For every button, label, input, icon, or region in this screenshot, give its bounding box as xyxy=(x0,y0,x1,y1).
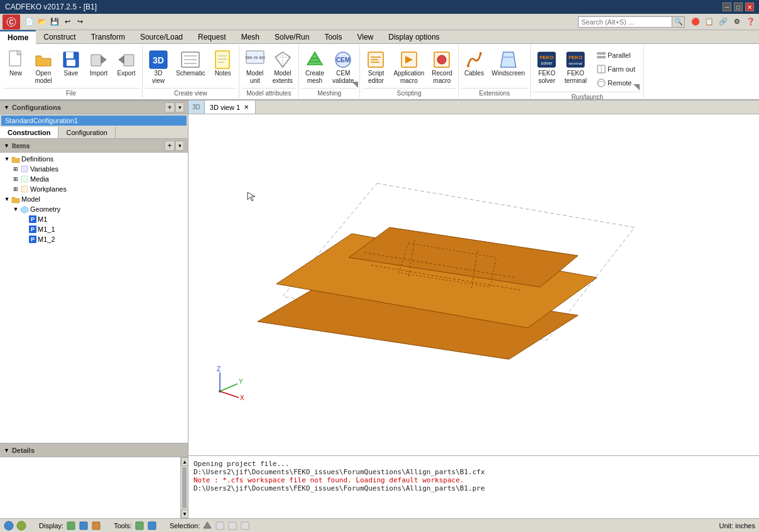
menu-solve-run[interactable]: Solve/Run xyxy=(267,30,317,44)
windscreen-label: Windscreen xyxy=(492,70,525,77)
3d-view-button[interactable]: 3D 3Dview xyxy=(145,48,172,87)
tools-icon-2 xyxy=(147,521,157,531)
run-expand-icon[interactable] xyxy=(633,84,640,92)
tab-configuration[interactable]: Configuration xyxy=(58,127,115,138)
menu-home[interactable]: Home xyxy=(0,30,36,44)
menu-construct[interactable]: Construct xyxy=(36,30,83,44)
menu-request[interactable]: Request xyxy=(190,30,234,44)
windscreen-icon xyxy=(498,50,518,70)
items-collapse-icon[interactable]: ▼ xyxy=(4,143,9,149)
menu-display-options[interactable]: Display options xyxy=(381,30,447,44)
title-text: CADFEKO v2017.2.5 - [B1] xyxy=(5,3,97,11)
quick-save-button[interactable]: 💾 xyxy=(49,16,60,28)
cem-validate-button[interactable]: CEM CEMvalidate xyxy=(329,48,357,87)
tree-item-geometry[interactable]: ▼ Geometry xyxy=(10,204,187,214)
cem-validate-label: CEMvalidate xyxy=(332,70,354,85)
tree-item-variables[interactable]: ⊞ Variables xyxy=(10,164,187,174)
selection-label: Selection: xyxy=(170,522,200,529)
undo-button[interactable]: ↩ xyxy=(62,16,73,28)
search-box: 🔍 🔴 📋 🔗 ⚙ ❓ xyxy=(578,16,756,28)
display-label: Display: xyxy=(39,522,63,529)
geometry-expand[interactable]: ▼ xyxy=(11,205,20,214)
script-editor-icon xyxy=(366,50,386,70)
export-button[interactable]: Export xyxy=(113,48,139,79)
scroll-down-arrow[interactable]: ▼ xyxy=(181,509,188,518)
model-unit-button[interactable]: mm m km Modelunit xyxy=(242,48,268,87)
schematic-label: Schematic xyxy=(176,70,205,77)
feko-solver-button[interactable]: FEKOsolver FEKOsolver xyxy=(533,48,560,87)
toolbar-extra-3[interactable]: 🔗 xyxy=(718,16,729,28)
geometry-children: ▶ P M1 ▶ P M1_1 ▶ P M1_2 xyxy=(10,214,187,244)
notes-button[interactable]: Notes xyxy=(210,48,236,79)
save-button[interactable]: Save xyxy=(58,48,84,79)
new-button[interactable]: New xyxy=(3,48,29,79)
application-macro-button[interactable]: Applicationmacro xyxy=(390,48,427,87)
menu-source-load[interactable]: Source/Load xyxy=(133,30,190,44)
tree-item-m1-1[interactable]: ▶ P M1_1 xyxy=(19,224,187,234)
farm-out-button[interactable]: Farm out xyxy=(594,63,638,75)
definitions-expand[interactable]: ▼ xyxy=(3,155,11,163)
3d-viewport[interactable]: X Y Z xyxy=(188,114,759,455)
menu-transform[interactable]: Transform xyxy=(84,30,133,44)
tree-item-media[interactable]: ⊞ Media xyxy=(10,174,187,184)
quick-new-button[interactable]: 📄 xyxy=(24,16,35,28)
remote-button[interactable]: Remote xyxy=(594,77,638,89)
record-macro-button[interactable]: Recordmacro xyxy=(429,48,455,87)
media-expand[interactable]: ⊞ xyxy=(11,175,20,183)
menu-mesh[interactable]: Mesh xyxy=(234,30,267,44)
items-dropdown-button[interactable]: ▾ xyxy=(175,141,184,151)
maximize-button[interactable]: □ xyxy=(734,3,743,11)
view-tab-close-button[interactable]: ✕ xyxy=(243,104,250,111)
model-extents-button[interactable]: Modelextents xyxy=(270,48,296,87)
variables-expand[interactable]: ⊞ xyxy=(11,165,20,173)
scroll-thumb[interactable] xyxy=(182,467,187,508)
config-dropdown-button[interactable]: ▾ xyxy=(175,102,184,112)
workplanes-expand[interactable]: ⊞ xyxy=(11,185,20,193)
toolbar-extra-2[interactable]: 📋 xyxy=(704,16,715,28)
meshing-expand-icon[interactable] xyxy=(352,82,358,89)
open-model-button[interactable]: Openmodel xyxy=(30,48,57,87)
view-tab-3d-view-1[interactable]: 3D view 1 ✕ xyxy=(205,100,256,114)
tree-item-workplanes[interactable]: ⊞ Workplanes xyxy=(10,184,187,194)
menu-tools[interactable]: Tools xyxy=(317,30,349,44)
import-button[interactable]: Import xyxy=(85,48,112,79)
create-mesh-button[interactable]: Createmesh xyxy=(302,48,328,87)
menu-view[interactable]: View xyxy=(349,30,381,44)
tree-item-m1-2[interactable]: ▶ P M1_2 xyxy=(19,234,187,244)
scroll-up-arrow[interactable]: ▲ xyxy=(181,457,188,466)
record-macro-label: Recordmacro xyxy=(432,70,452,85)
close-button[interactable]: ✕ xyxy=(745,3,754,11)
details-collapse-icon[interactable]: ▼ xyxy=(4,447,9,453)
new-label: New xyxy=(9,70,22,77)
search-input[interactable] xyxy=(578,16,672,28)
config-collapse-icon[interactable]: ▼ xyxy=(4,104,9,111)
tree-item-model[interactable]: ▼ Model xyxy=(1,194,187,204)
tree-item-m1[interactable]: ▶ P M1 xyxy=(19,214,187,224)
tab-construction[interactable]: Construction xyxy=(0,127,58,138)
cables-button[interactable]: Cables xyxy=(461,48,488,79)
config-item-standard[interactable]: StandardConfiguration1 xyxy=(1,116,187,126)
svg-text:terminal: terminal xyxy=(569,62,582,65)
svg-rect-89 xyxy=(241,522,249,529)
details-header: ▼ Details xyxy=(0,443,188,457)
windscreen-button[interactable]: Windscreen xyxy=(489,48,528,79)
items-add-button[interactable]: + xyxy=(165,141,175,151)
config-add-button[interactable]: + xyxy=(165,102,175,112)
toolbar-extra-5[interactable]: ❓ xyxy=(745,16,756,28)
feko-terminal-button[interactable]: FEKOterminal FEKOterminal xyxy=(561,48,590,87)
script-editor-button[interactable]: Scripteditor xyxy=(363,48,389,87)
toolbar-extra-4[interactable]: ⚙ xyxy=(731,16,743,28)
parallel-button[interactable]: Parallel xyxy=(594,49,638,62)
redo-button[interactable]: ↪ xyxy=(74,16,85,28)
ribbon: New Openmodel Save Import xyxy=(0,44,759,100)
minimize-button[interactable]: ─ xyxy=(723,3,731,11)
svg-rect-8 xyxy=(67,60,75,66)
model-expand[interactable]: ▼ xyxy=(3,195,11,204)
search-icon[interactable]: 🔍 xyxy=(672,16,685,28)
schematic-button[interactable]: Schematic xyxy=(173,48,209,79)
toolbar-extra-1[interactable]: 🔴 xyxy=(690,16,701,28)
app-menu-button[interactable]: C xyxy=(3,14,20,30)
quick-open-button[interactable]: 📂 xyxy=(36,16,48,28)
tree-item-definitions[interactable]: ▼ Definitions xyxy=(1,154,187,164)
details-content xyxy=(0,457,180,518)
